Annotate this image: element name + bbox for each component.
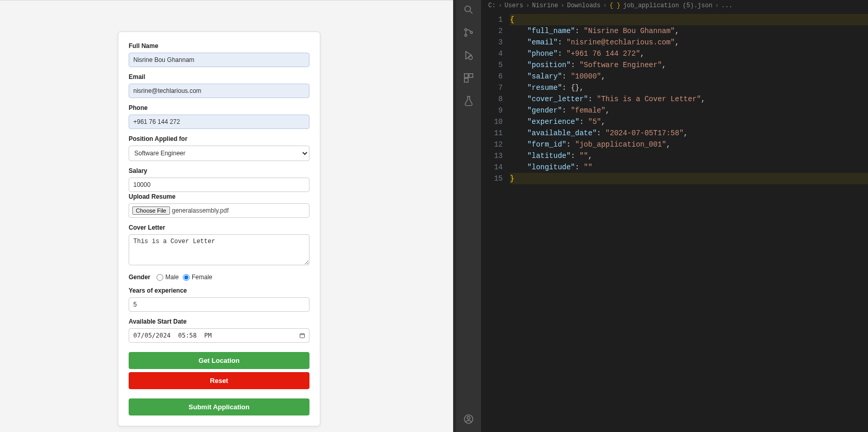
position-select[interactable]: Software Engineer [129, 146, 309, 161]
years-exp-input[interactable] [129, 297, 309, 312]
svg-point-10 [467, 417, 470, 420]
run-debug-icon[interactable] [463, 50, 474, 61]
svg-point-3 [464, 34, 467, 36]
vscode-pane: C:› Users› Nisrine› Downloads› { } job_a… [456, 0, 868, 432]
top-divider [0, 0, 453, 1]
submit-application-button[interactable]: Submit Application [129, 398, 309, 415]
svg-rect-8 [464, 78, 468, 82]
reset-button[interactable]: Reset [129, 372, 309, 389]
search-icon[interactable] [463, 4, 474, 15]
full-name-input[interactable] [129, 53, 309, 67]
calendar-icon[interactable] [299, 332, 305, 339]
cover-letter-textarea[interactable] [129, 234, 309, 265]
label-gender: Gender [129, 274, 150, 281]
breadcrumb-seg[interactable]: ... [721, 2, 733, 9]
label-full-name: Full Name [129, 42, 309, 50]
code-editor[interactable]: { "full_name": "Nisrine Bou Ghannam", "e… [510, 11, 868, 432]
svg-point-2 [464, 28, 467, 30]
label-avail-date: Available Start Date [129, 318, 309, 325]
json-braces-icon: { } [609, 2, 621, 9]
label-upload-resume: Upload Resume [129, 193, 309, 200]
label-email: Email [129, 73, 309, 81]
salary-input[interactable] [129, 178, 309, 192]
browser-pane: Full Name Email Phone Position Applied f… [0, 0, 453, 432]
resume-file-input[interactable]: Choose File generalassembly.pdf [129, 203, 309, 218]
job-application-form: Full Name Email Phone Position Applied f… [118, 31, 320, 426]
label-female: Female [192, 274, 212, 281]
label-phone: Phone [129, 104, 309, 111]
breadcrumb-seg[interactable]: C: [488, 2, 495, 9]
breadcrumb-seg[interactable]: Users [505, 2, 523, 9]
gender-male-radio[interactable] [157, 274, 163, 281]
breadcrumb-seg[interactable]: Nisrine [532, 2, 558, 9]
gender-female-radio[interactable] [183, 274, 190, 281]
label-cover-letter: Cover Letter [129, 224, 309, 231]
label-years-exp: Years of experience [129, 287, 309, 294]
testing-icon[interactable] [463, 95, 474, 106]
svg-rect-6 [464, 74, 468, 77]
activity-bar [456, 0, 481, 432]
resume-filename: generalassembly.pdf [172, 207, 229, 214]
source-control-icon[interactable] [463, 27, 474, 38]
label-position: Position Applied for [129, 135, 309, 142]
email-input[interactable] [129, 84, 309, 98]
extensions-icon[interactable] [463, 72, 474, 84]
available-date-input[interactable] [129, 328, 309, 343]
line-number-gutter: 123456789101112131415 [481, 11, 510, 432]
account-icon[interactable] [463, 413, 474, 425]
svg-rect-0 [300, 334, 305, 338]
breadcrumb-seg[interactable]: Downloads [567, 2, 600, 9]
choose-file-button[interactable]: Choose File [132, 206, 170, 215]
get-location-button[interactable]: Get Location [129, 352, 309, 369]
svg-rect-7 [469, 74, 473, 77]
breadcrumb-seg[interactable]: job_application (5).json [623, 2, 712, 9]
label-salary: Salary [129, 167, 309, 174]
label-male: Male [165, 274, 179, 281]
phone-input[interactable] [129, 115, 309, 129]
breadcrumb[interactable]: C:› Users› Nisrine› Downloads› { } job_a… [481, 0, 868, 11]
svg-point-1 [465, 6, 471, 12]
